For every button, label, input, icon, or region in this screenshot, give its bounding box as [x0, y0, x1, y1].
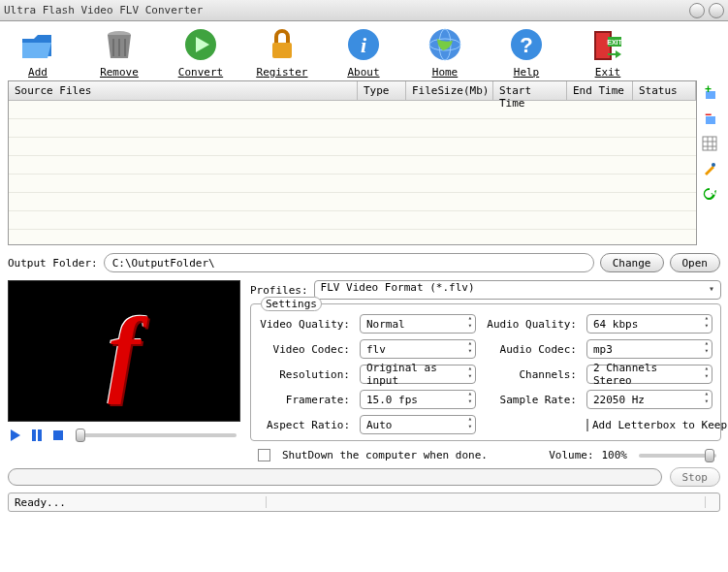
resolution-select[interactable]: Original as input: [360, 365, 476, 384]
help-icon: ?: [507, 25, 546, 64]
volume-slider[interactable]: [639, 454, 716, 458]
settings-legend: Settings: [261, 297, 322, 311]
svg-text:−: −: [705, 111, 712, 121]
col-source[interactable]: Source Files: [9, 81, 358, 100]
toolbar-label: Register: [257, 66, 308, 79]
file-list-header: Source Files Type FileSize(Mb) Start Tim…: [9, 81, 696, 101]
stop-button[interactable]: Stop: [670, 467, 721, 487]
col-type[interactable]: Type: [358, 81, 406, 100]
profiles-select[interactable]: FLV Video Format (*.flv): [314, 280, 721, 300]
folder-open-icon: [18, 25, 57, 64]
aspect-select[interactable]: Auto: [360, 415, 476, 434]
audio-quality-select[interactable]: 64 kbps: [586, 314, 712, 334]
preview-pane: f: [8, 280, 240, 422]
toolbar-label: Exit: [595, 66, 621, 79]
svg-rect-3: [272, 43, 292, 58]
help-button[interactable]: ? Help: [496, 25, 556, 79]
toolbar-label: Help: [514, 66, 540, 79]
toolbar-label: Convert: [178, 66, 223, 79]
audio-codec-label: Audio Codec:: [486, 343, 577, 356]
file-list[interactable]: Source Files Type FileSize(Mb) Start Tim…: [8, 80, 697, 245]
audio-codec-select[interactable]: mp3: [586, 339, 712, 359]
side-toolbar: + −: [701, 84, 720, 203]
remove-file-icon[interactable]: −: [701, 110, 718, 127]
col-end[interactable]: End Time: [567, 81, 633, 100]
toolbar-label: About: [347, 66, 379, 79]
svg-rect-19: [703, 137, 716, 150]
resolution-label: Resolution:: [259, 368, 350, 381]
audio-quality-label: Audio Quality:: [486, 318, 577, 331]
svg-text:?: ?: [520, 33, 532, 57]
svg-rect-22: [38, 429, 42, 441]
output-folder-input[interactable]: [104, 253, 594, 272]
stop-icon[interactable]: [50, 428, 66, 443]
settings-group: Settings Video Quality: Normal Audio Qua…: [250, 303, 721, 441]
minimize-button[interactable]: [689, 3, 705, 18]
register-button[interactable]: Register: [252, 25, 312, 79]
open-button[interactable]: Open: [670, 253, 721, 272]
play-circle-icon: [181, 25, 220, 64]
refresh-icon[interactable]: [701, 185, 718, 203]
exit-icon: EXIT: [588, 25, 627, 64]
samplerate-select[interactable]: 22050 Hz: [586, 390, 712, 409]
col-filesize[interactable]: FileSize(Mb): [406, 81, 493, 100]
toolbar-label: Remove: [100, 66, 139, 79]
video-quality-label: Video Quality:: [259, 318, 350, 331]
volume-value: 100%: [602, 449, 628, 461]
profiles-label: Profiles:: [250, 284, 308, 297]
video-codec-label: Video Codec:: [259, 343, 350, 356]
channels-label: Channels:: [486, 368, 577, 381]
col-status[interactable]: Status: [633, 81, 696, 100]
samplerate-label: Sample Rate:: [486, 394, 577, 406]
letterbox-label: Add Letterbox to Keep Aspect: [592, 419, 728, 431]
close-button[interactable]: [709, 3, 724, 18]
info-icon: i: [344, 25, 383, 64]
col-start[interactable]: Start Time: [493, 81, 567, 100]
main-toolbar: Add Remove Convert Register i About Home…: [0, 21, 728, 80]
svg-text:+: +: [705, 85, 712, 96]
toolbar-label: Home: [432, 66, 459, 79]
progress-bar: [8, 468, 662, 486]
volume-label: Volume:: [549, 449, 593, 461]
grid-icon[interactable]: [701, 135, 718, 152]
video-quality-select[interactable]: Normal: [360, 314, 476, 334]
pause-icon[interactable]: [29, 428, 45, 443]
svg-point-20: [712, 163, 715, 167]
framerate-label: Framerate:: [259, 394, 350, 406]
svg-text:i: i: [361, 33, 367, 57]
trash-icon: [100, 25, 139, 64]
flash-logo-icon: f: [108, 296, 140, 407]
add-button[interactable]: Add: [8, 25, 68, 79]
aspect-label: Aspect Ratio:: [259, 419, 350, 431]
letterbox-checkbox[interactable]: [586, 419, 588, 431]
svg-text:EXIT: EXIT: [607, 39, 622, 46]
about-button[interactable]: i About: [333, 25, 394, 79]
globe-icon: [426, 25, 464, 64]
file-list-body[interactable]: [9, 101, 696, 244]
title-bar: Ultra Flash Video FLV Converter: [0, 0, 728, 21]
change-button[interactable]: Change: [600, 253, 664, 272]
status-bar: Ready...: [8, 493, 720, 512]
add-file-icon[interactable]: +: [701, 84, 718, 102]
channels-select[interactable]: 2 Channels Stereo: [586, 365, 712, 384]
svg-rect-21: [32, 429, 36, 441]
home-button[interactable]: Home: [415, 25, 475, 79]
exit-button[interactable]: EXIT Exit: [578, 25, 638, 79]
lock-icon: [263, 25, 301, 64]
convert-button[interactable]: Convert: [171, 25, 231, 79]
framerate-select[interactable]: 15.0 fps: [360, 390, 476, 409]
shutdown-checkbox[interactable]: [258, 449, 270, 461]
remove-button[interactable]: Remove: [89, 25, 149, 79]
status-text: Ready...: [15, 496, 267, 508]
shutdown-label: ShutDown the computer when done.: [282, 449, 488, 461]
seek-slider[interactable]: [76, 433, 237, 437]
window-title: Ultra Flash Video FLV Converter: [4, 4, 685, 16]
svg-rect-23: [53, 430, 63, 440]
toolbar-label: Add: [28, 66, 47, 79]
video-codec-select[interactable]: flv: [360, 339, 476, 359]
settings-tool-icon[interactable]: [701, 160, 718, 177]
play-icon[interactable]: [8, 428, 23, 443]
output-folder-label: Output Folder:: [8, 257, 98, 270]
svg-rect-12: [596, 33, 610, 58]
